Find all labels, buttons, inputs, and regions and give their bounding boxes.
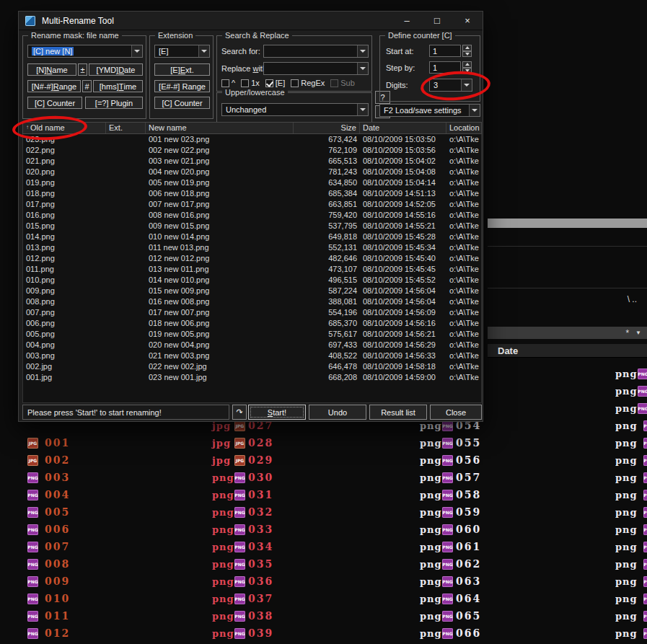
file-entry[interactable]: png png 036 xyxy=(212,573,273,590)
maximize-button[interactable]: □ xyxy=(422,12,452,30)
hash-button[interactable]: # xyxy=(82,80,92,92)
file-row[interactable]: png 005 png png 032 png png 059 png png xyxy=(0,503,647,521)
file-entry-partial[interactable]: png png xyxy=(615,469,647,486)
insert-date-button[interactable]: [YMD] Date xyxy=(89,63,143,76)
insert-range-button[interactable]: [N#-#] Range xyxy=(27,80,81,92)
table-row[interactable]: 005.png 019 new 005.png 575,617 08/10/20… xyxy=(23,329,481,340)
file-entry-partial[interactable]: png png xyxy=(615,434,647,451)
file-entry[interactable]: png png 059 xyxy=(420,503,481,521)
replace-with-combo[interactable] xyxy=(263,62,369,75)
file-row-partial[interactable]: png png xyxy=(615,382,647,400)
file-entry-partial[interactable]: png png xyxy=(615,486,647,503)
table-row[interactable]: 010.png 014 new 010.png 496,515 08/10/20… xyxy=(23,275,481,286)
table-row[interactable]: 009.png 015 new 009.png 587,224 08/10/20… xyxy=(23,286,481,296)
insert-plugin-button[interactable]: [=?] Plugin xyxy=(85,97,143,109)
chevron-down-icon[interactable] xyxy=(357,104,368,115)
checkbox-case[interactable]: ^ xyxy=(221,79,235,87)
table-row[interactable]: 011.png 013 new 011.png 473,107 08/10/20… xyxy=(23,264,481,275)
header-size[interactable]: Size xyxy=(294,123,360,133)
file-entry-partial[interactable]: png png xyxy=(615,521,647,538)
minimize-button[interactable]: – xyxy=(392,12,422,30)
table-row[interactable]: 021.png 003 new 021.png 665,513 08/10/20… xyxy=(23,156,481,167)
file-row[interactable]: jpg 001 jpg jpg 028 png png 055 png png xyxy=(0,434,647,451)
file-entry[interactable]: png png 039 xyxy=(212,625,273,642)
file-entry[interactable]: png 003 xyxy=(27,469,70,486)
chevron-down-icon[interactable] xyxy=(131,45,142,57)
table-row[interactable]: 012.png 012 new 012.png 482,646 08/10/20… xyxy=(23,253,481,264)
rename-preview-list[interactable]: 023.png 001 new 023.png 673,424 08/10/20… xyxy=(22,134,482,403)
chevron-down-icon[interactable] xyxy=(461,79,472,91)
table-row[interactable]: 020.png 004 new 020.png 781,243 08/10/20… xyxy=(23,167,481,177)
file-entry[interactable]: png 005 xyxy=(27,503,70,521)
file-entry[interactable]: png png 033 xyxy=(212,521,273,538)
table-row[interactable]: 006.png 018 new 006.png 685,370 08/10/20… xyxy=(23,318,481,329)
file-entry[interactable]: png png 057 xyxy=(420,469,481,486)
file-entry[interactable]: png 010 xyxy=(27,590,70,607)
file-entry[interactable]: png 012 xyxy=(27,625,70,642)
file-entry[interactable]: png 011 xyxy=(27,607,70,625)
table-row[interactable]: 003.png 021 new 003.png 408,522 08/10/20… xyxy=(23,350,481,361)
insert-name-button[interactable]: [N] Name xyxy=(27,63,76,76)
plus-minus-button[interactable]: ± xyxy=(78,63,87,76)
file-row[interactable]: png 008 png png 035 png png 062 png png xyxy=(0,555,647,573)
file-row[interactable]: png 009 png png 036 png png 063 png png xyxy=(0,573,647,590)
table-row[interactable]: 018.png 006 new 018.png 685,384 08/10/20… xyxy=(23,188,481,199)
chevron-down-icon[interactable]: ▼ xyxy=(635,330,641,336)
file-entry[interactable]: png png 032 xyxy=(212,503,273,521)
checkbox-once[interactable]: 1x xyxy=(241,79,260,87)
table-row[interactable]: 001.jpg 023 new 001.jpg 668,208 08/10/20… xyxy=(23,372,481,383)
file-entry[interactable]: png png 037 xyxy=(212,590,273,607)
file-row[interactable]: png 006 png png 033 png png 060 png png xyxy=(0,521,647,538)
file-entry[interactable]: png 007 xyxy=(27,538,70,555)
file-row[interactable]: png 012 png png 039 png png 066 png png xyxy=(0,625,647,642)
file-entry[interactable]: png png 063 xyxy=(420,573,481,590)
panel-tab-bar[interactable]: * ▼ xyxy=(488,327,647,339)
uppercase-combo[interactable]: Unchanged xyxy=(221,103,369,116)
file-entry[interactable]: png png 060 xyxy=(420,521,481,538)
table-row[interactable]: 022.png 002 new 022.png 762,109 08/10/20… xyxy=(23,145,481,156)
undo-button[interactable]: Undo xyxy=(309,405,366,420)
header-location[interactable]: Location xyxy=(446,123,483,133)
title-bar[interactable]: Multi-Rename Tool – □ × xyxy=(19,12,483,30)
chevron-down-icon[interactable] xyxy=(357,63,368,74)
result-list-button[interactable]: Result list xyxy=(369,405,427,420)
table-row[interactable]: 016.png 008 new 016.png 759,420 08/10/20… xyxy=(23,210,481,221)
file-entry[interactable]: png png 038 xyxy=(212,607,273,625)
file-entry[interactable]: jpg jpg 028 xyxy=(212,434,273,451)
file-entry[interactable]: png png 064 xyxy=(420,590,481,607)
checkbox-regex[interactable]: RegEx xyxy=(291,79,325,87)
header-new-name[interactable]: New name xyxy=(146,123,294,133)
file-entry-partial[interactable]: png png xyxy=(615,555,647,573)
file-entry-partial[interactable]: png png xyxy=(615,590,647,607)
file-entry[interactable]: png png 066 xyxy=(420,625,481,642)
file-entry[interactable]: png png 034 xyxy=(212,538,273,555)
insert-ext-button[interactable]: [E] Ext. xyxy=(154,63,210,76)
search-for-combo[interactable] xyxy=(263,45,369,58)
file-entry-partial[interactable]: png png xyxy=(615,503,647,521)
file-entry-partial[interactable]: png png xyxy=(615,451,647,469)
file-entry[interactable]: png png 056 xyxy=(420,451,481,469)
rename-mask-combo[interactable]: [C] new [N] xyxy=(27,45,143,58)
table-row[interactable]: 015.png 009 new 015.png 537,795 08/10/20… xyxy=(23,221,481,231)
file-row[interactable]: png 011 png png 038 png png 065 png png xyxy=(0,607,647,625)
insert-counter-button[interactable]: [C] Counter xyxy=(27,97,82,109)
file-entry[interactable]: png png 055 xyxy=(420,434,481,451)
chevron-down-icon[interactable] xyxy=(198,45,209,57)
table-row[interactable]: 007.png 017 new 007.png 554,196 08/10/20… xyxy=(23,307,481,318)
digits-combo[interactable]: 3 xyxy=(429,79,472,92)
file-entry-partial[interactable]: png png xyxy=(615,607,647,625)
start-at-input[interactable]: 1 xyxy=(429,45,461,57)
header-date[interactable]: Date xyxy=(360,123,446,133)
refresh-button[interactable]: ↷ xyxy=(232,405,247,420)
step-by-input[interactable]: 1 xyxy=(429,61,461,74)
ext-range-button[interactable]: [E#-#] Range xyxy=(154,80,210,92)
start-button[interactable]: Start! xyxy=(248,405,306,420)
table-row[interactable]: 017.png 007 new 017.png 663,851 08/10/20… xyxy=(23,199,481,210)
file-entry[interactable]: png png 035 xyxy=(212,555,273,573)
file-entry-partial[interactable]: png png xyxy=(615,538,647,555)
file-entry[interactable]: png 008 xyxy=(27,555,70,573)
table-row[interactable]: 019.png 005 new 019.png 634,850 08/10/20… xyxy=(23,177,481,188)
file-entry[interactable]: png 004 xyxy=(27,486,70,503)
file-row[interactable]: png 010 png png 037 png png 064 png png xyxy=(0,590,647,607)
file-row[interactable]: png 004 png png 031 png png 058 png png xyxy=(0,486,647,503)
